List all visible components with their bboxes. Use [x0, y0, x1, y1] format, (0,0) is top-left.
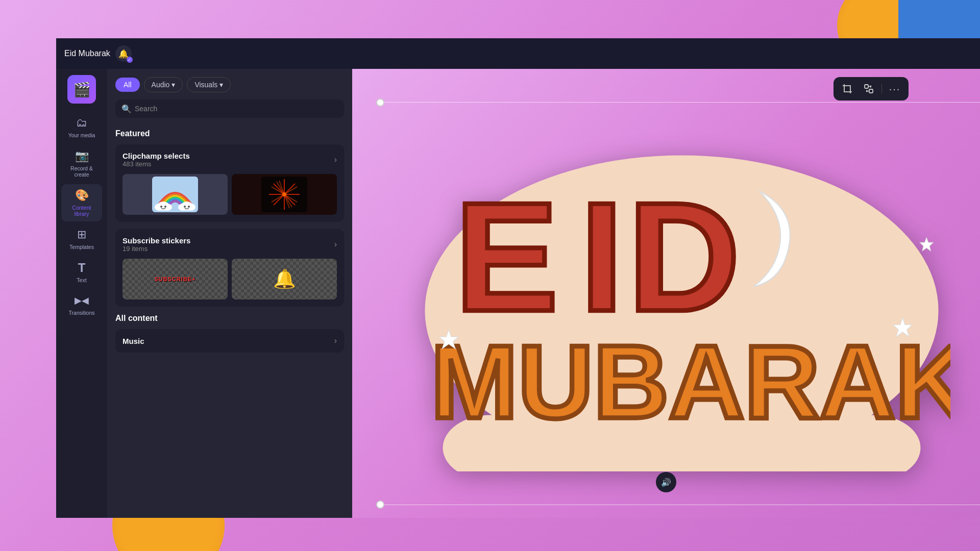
clipchamp-selects-header: Clipchamp selects 483 items › [122, 152, 337, 168]
svg-point-28 [282, 192, 286, 196]
subscribe-stickers-header: Subscribe stickers 19 items › [122, 236, 337, 253]
svg-text:MUBARAK: MUBARAK [431, 323, 950, 440]
swap-button[interactable] [860, 80, 877, 97]
svg-point-4 [160, 206, 162, 208]
svg-rect-34 [865, 85, 868, 88]
svg-rect-29 [844, 86, 850, 92]
more-options-button[interactable]: ··· [886, 80, 903, 97]
text-label: Text [77, 277, 86, 284]
panel-content: Featured Clipchamp selects 483 items › [107, 125, 352, 518]
subscribe-stickers-card[interactable]: Subscribe stickers 19 items › SUBSCRIBE+… [115, 229, 344, 307]
svg-text:E: E [454, 170, 558, 343]
preview-rainbow [122, 174, 228, 215]
your-media-icon: 🗂 [75, 116, 89, 130]
sidebar-item-content-library[interactable]: 🎨 Contentlibrary [61, 184, 102, 221]
svg-rect-35 [869, 89, 873, 93]
svg-point-7 [178, 204, 187, 211]
audio-chevron-icon: ▾ [172, 81, 175, 89]
canvas-area[interactable]: ··· [352, 69, 980, 518]
subscribe-preview-text: SUBSCRIBE+ [154, 276, 195, 282]
svg-marker-50 [920, 238, 933, 251]
tab-audio-label: Audio [152, 81, 170, 89]
tab-all[interactable]: All [115, 78, 140, 92]
app-container: Eid Mubarak 🔔 ✓ 🎬 🗂 Your media 📷 Record … [56, 38, 980, 518]
preview-bell: 🔔 [232, 259, 337, 299]
toolbar-divider [881, 84, 882, 94]
subscribe-stickers-previews: SUBSCRIBE+ 🔔 [122, 259, 337, 299]
content-library-icon: 🎨 [75, 188, 89, 203]
subscribe-stickers-count: 19 items [122, 245, 190, 253]
clipchamp-selects-card[interactable]: Clipchamp selects 483 items › [115, 144, 344, 222]
transitions-icon: ▶◀ [75, 293, 89, 308]
sidebar-item-your-media[interactable]: 🗂 Your media [61, 112, 102, 143]
audio-wheel-icon[interactable]: 🔊 [656, 472, 676, 492]
bell-emoji: 🔔 [273, 268, 296, 290]
sync-icon-wrap[interactable]: 🔔 ✓ [115, 45, 132, 62]
crop-icon [842, 84, 852, 94]
svg-point-5 [164, 206, 166, 208]
more-icon: ··· [889, 83, 901, 95]
project-title-text: Eid Mubarak [64, 49, 110, 58]
svg-point-8 [186, 204, 195, 211]
crop-button[interactable] [839, 80, 856, 97]
canvas-toolbar: ··· [834, 77, 909, 101]
subscribe-stickers-title: Subscribe stickers [122, 236, 190, 245]
svg-point-3 [163, 204, 172, 211]
text-icon: T [75, 261, 89, 275]
clipchamp-selects-title: Clipchamp selects [122, 152, 190, 160]
search-icon: 🔍 [121, 104, 132, 114]
search-input-wrap: 🔍 [115, 99, 344, 118]
templates-label: Templates [69, 244, 94, 251]
sidebar-item-templates[interactable]: ⊞ Templates [61, 223, 102, 255]
sparkle-svg [261, 177, 307, 212]
clipchamp-selects-count: 483 items [122, 160, 190, 168]
tab-audio[interactable]: Audio ▾ [144, 77, 183, 92]
all-content-title: All content [115, 314, 344, 323]
your-media-label: Your media [68, 132, 95, 139]
clipchamp-selects-info: Clipchamp selects 483 items [122, 152, 190, 168]
content-library-label: Contentlibrary [72, 205, 91, 217]
app-logo[interactable]: 🎬 [67, 75, 96, 104]
record-create-label: Record &create [70, 165, 93, 178]
sidebar-item-record-create[interactable]: 📷 Record &create [61, 145, 102, 182]
svg-point-2 [155, 204, 164, 211]
tab-visuals[interactable]: Visuals ▾ [187, 77, 231, 92]
svg-point-10 [188, 206, 190, 208]
eid-mubarak-svg: E I D MUBARAK [413, 126, 950, 472]
tab-visuals-label: Visuals [194, 81, 217, 89]
music-chevron-icon: › [334, 336, 337, 345]
logo-icon: 🎬 [73, 81, 91, 98]
featured-section-title: Featured [115, 129, 344, 138]
sync-icon: 🔔 [118, 49, 129, 59]
search-input[interactable] [115, 99, 344, 118]
search-wrap: 🔍 [107, 92, 352, 125]
subscribe-stickers-chevron: › [334, 240, 337, 249]
clipchamp-selects-chevron: › [334, 155, 337, 164]
sidebar-item-text[interactable]: T Text [61, 257, 102, 288]
svg-text:I: I [580, 170, 623, 343]
eid-sticker-wrap: E I D MUBARAK [383, 94, 980, 503]
main-content: 🎬 🗂 Your media 📷 Record &create 🎨 Conten… [56, 69, 980, 518]
filter-tabs: All Audio ▾ Visuals ▾ [107, 69, 352, 92]
audio-wheel-symbol: 🔊 [661, 478, 671, 487]
sidebar-icons: 🎬 🗂 Your media 📷 Record &create 🎨 Conten… [56, 69, 107, 518]
sync-check-icon: ✓ [127, 57, 133, 63]
music-card[interactable]: Music › [115, 329, 344, 353]
visuals-chevron-icon: ▾ [219, 81, 223, 89]
top-bar: Eid Mubarak 🔔 ✓ [56, 38, 980, 69]
svg-point-9 [184, 206, 186, 208]
sidebar-item-transitions[interactable]: ▶◀ Transitions [61, 289, 102, 320]
templates-icon: ⊞ [75, 228, 89, 242]
preview-sparkle [232, 174, 337, 215]
subscribe-stickers-info: Subscribe stickers 19 items [122, 236, 190, 253]
svg-text:D: D [628, 170, 740, 343]
preview-subscribe: SUBSCRIBE+ [122, 259, 228, 299]
music-card-title: Music [122, 337, 144, 345]
left-panel: All Audio ▾ Visuals ▾ 🔍 Featured [107, 69, 352, 518]
swap-icon [864, 84, 874, 94]
rainbow-svg [152, 177, 198, 212]
transitions-label: Transitions [69, 310, 95, 316]
record-create-icon: 📷 [75, 149, 89, 163]
selection-line-bottom [380, 505, 980, 505]
project-title-wrap: Eid Mubarak 🔔 ✓ [64, 45, 132, 62]
